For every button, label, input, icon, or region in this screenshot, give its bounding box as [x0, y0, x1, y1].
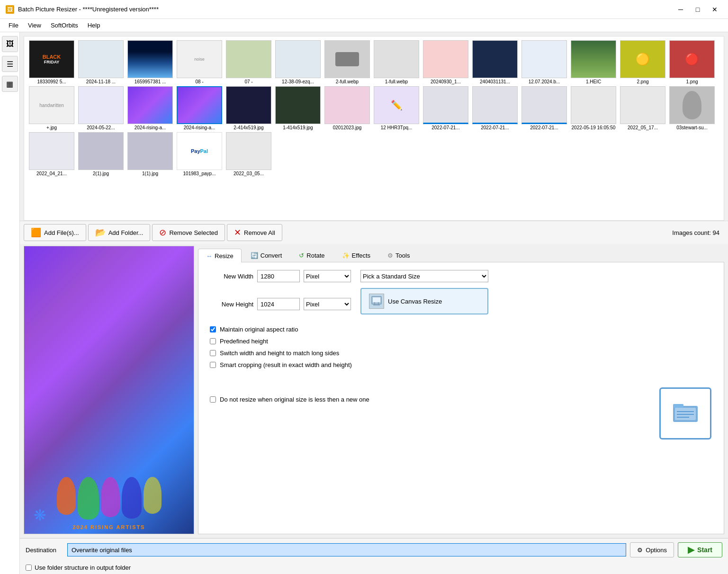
title-bar-title: Batch Picture Resizer - ****Unregistered… [18, 6, 159, 13]
list-view-button[interactable]: ☰ [2, 56, 18, 72]
gallery-item[interactable]: 2022-07-21... [521, 86, 568, 130]
width-unit-select[interactable]: Pixel Percent Centimeter Inch [304, 270, 351, 282]
remove-selected-button[interactable]: ⊘ Remove Selected [152, 224, 225, 241]
resize-tab-icon: ↔ [206, 252, 212, 260]
start-button[interactable]: ▶ Start [678, 542, 722, 557]
new-width-input[interactable] [257, 270, 300, 282]
add-folder-icon: 📂 [95, 227, 106, 238]
rotate-tab-icon: ↺ [299, 252, 304, 259]
gallery-item[interactable]: 2022-05-19 16:05:50 [570, 86, 617, 130]
gallery-label: 2022-05-19 16:05:50 [572, 125, 616, 130]
use-folder-structure-checkbox[interactable] [26, 565, 32, 571]
menu-view[interactable]: View [23, 20, 46, 30]
gallery-item[interactable]: 1(1).jpg [126, 132, 174, 176]
start-icon: ▶ [688, 545, 694, 555]
minimize-button[interactable]: ─ [673, 4, 688, 15]
gallery-item[interactable]: 2-414x519.jpg [225, 86, 272, 130]
gallery-item[interactable]: 2024-05-22... [77, 86, 125, 130]
gallery-item[interactable]: 20240930_1... [422, 40, 469, 84]
gallery-item[interactable]: 07 - [225, 40, 272, 84]
standard-size-select[interactable]: Pick a Standard Size 640x480 800x600 102… [360, 270, 488, 282]
gallery-label: 2022-07-21... [530, 125, 558, 130]
gallery-label: 2022_04_21... [36, 171, 67, 176]
resize-tab-label: Resize [215, 252, 234, 260]
maximize-button[interactable]: □ [690, 4, 705, 15]
preview-panel: 2024 RISING ARTISTS ❋ [24, 246, 194, 534]
tab-resize[interactable]: ↔ Resize [198, 249, 242, 262]
canvas-resize-button[interactable]: Use Canvas Resize [360, 288, 488, 314]
switch-dimensions-label: Switch width and height to match long si… [220, 350, 339, 357]
gallery-item[interactable]: 2022-07-21... [471, 86, 519, 130]
gallery-item[interactable]: 🔴 1.png [668, 40, 716, 84]
maintain-aspect-row: Maintain original aspect ratio [206, 326, 716, 333]
add-files-button[interactable]: 🟧 Add File(s)... [24, 224, 86, 241]
gallery-label: 1.png [686, 79, 698, 84]
gallery-item[interactable]: 2024-rising-a... [176, 86, 223, 130]
folder-browse-area[interactable] [659, 387, 711, 439]
gallery-item[interactable]: 2024-11-18 ... [77, 40, 125, 84]
gallery-item[interactable]: 1-414x519.jpg [274, 86, 322, 130]
grid-view-button[interactable]: ▦ [2, 76, 18, 92]
gallery-item[interactable]: BLACKFRIDAY 18330992 5... [28, 40, 75, 84]
options-button[interactable]: ⚙ Options [630, 542, 674, 557]
menu-bar: File View SoftOrbits Help [0, 19, 728, 32]
gallery-item[interactable]: 🟡 2.png [619, 40, 666, 84]
do-not-resize-row: Do not resize when original size is less… [206, 373, 716, 425]
gallery-item[interactable]: handwritten +.jpg [28, 86, 75, 130]
tab-rotate[interactable]: ↺ Rotate [291, 249, 333, 262]
gallery-item[interactable]: noise 08 - [176, 40, 223, 84]
app-icon: 🖼 [6, 5, 14, 14]
do-not-resize-checkbox[interactable] [210, 396, 216, 403]
rotate-tab-label: Rotate [306, 252, 324, 259]
gallery-item[interactable]: 2-full.webp [324, 40, 371, 84]
gallery-label: 2024-05-22... [87, 125, 115, 130]
smart-cropping-checkbox[interactable] [210, 362, 216, 368]
gallery-item[interactable]: 02012023.jpg [324, 86, 371, 130]
height-row: New Height Pixel Percent Centimeter Inch [206, 288, 716, 320]
add-folder-button[interactable]: 📂 Add Folder... [88, 224, 151, 241]
gallery-item[interactable]: 1-full.webp [373, 40, 420, 84]
smart-cropping-row: Smart cropping (result in exact width an… [206, 361, 716, 368]
effects-tab-icon: ✨ [342, 252, 350, 259]
tab-effects[interactable]: ✨ Effects [334, 249, 379, 262]
maintain-aspect-checkbox[interactable] [210, 326, 216, 332]
menu-help[interactable]: Help [83, 20, 105, 30]
gallery-item[interactable]: 03stewart-su... [668, 86, 716, 130]
gallery-item[interactable]: 2022_03_05... [225, 132, 272, 176]
gallery-item[interactable]: 1659957381 ... [126, 40, 174, 84]
remove-selected-label: Remove Selected [169, 229, 218, 236]
canvas-resize-icon [369, 294, 384, 309]
predefined-height-checkbox[interactable] [210, 338, 216, 344]
gallery-item[interactable]: 1.HEIC [570, 40, 617, 84]
gallery-label: 1(1).jpg [142, 171, 158, 176]
gallery-label: 20240930_1... [431, 79, 461, 84]
switch-dimensions-checkbox[interactable] [210, 350, 216, 356]
destination-input[interactable] [67, 543, 626, 556]
predefined-height-row: Predefined height [206, 338, 716, 345]
add-folder-label: Add Folder... [108, 229, 144, 236]
gallery-item[interactable]: 2022_05_17... [619, 86, 666, 130]
gallery-item[interactable]: 12.07.2024.b... [521, 40, 568, 84]
gallery-item[interactable]: 2404031131... [471, 40, 519, 84]
image-gallery: BLACKFRIDAY 18330992 5... 2024-11-18 ...… [24, 36, 724, 221]
gallery-item[interactable]: 2022-07-21... [422, 86, 469, 130]
height-unit-select[interactable]: Pixel Percent Centimeter Inch [304, 298, 351, 310]
menu-softorbits[interactable]: SoftOrbits [46, 20, 83, 30]
tools-tab-label: Tools [395, 252, 410, 259]
close-button[interactable]: ✕ [707, 4, 722, 15]
gallery-item[interactable]: ✏️ 12 HHR3Tpq... [373, 86, 420, 130]
remove-all-button[interactable]: ✕ Remove All [227, 224, 282, 241]
tab-convert[interactable]: 🔄 Convert [243, 249, 290, 262]
gallery-item[interactable]: PayPal 101983_payp... [176, 132, 223, 176]
images-view-button[interactable]: 🖼 [2, 36, 18, 52]
tools-tab-icon: ⚙ [387, 252, 393, 259]
gallery-label: 2(1).jpg [93, 171, 109, 176]
gallery-item[interactable]: 2024-rising-a... [126, 86, 174, 130]
new-height-input[interactable] [257, 298, 300, 310]
destination-label: Destination [26, 547, 63, 554]
gallery-item[interactable]: 12-38-09-ezq... [274, 40, 322, 84]
gallery-item[interactable]: 2022_04_21... [28, 132, 75, 176]
gallery-item[interactable]: 2(1).jpg [77, 132, 125, 176]
menu-file[interactable]: File [4, 20, 23, 30]
tab-tools[interactable]: ⚙ Tools [379, 249, 418, 262]
